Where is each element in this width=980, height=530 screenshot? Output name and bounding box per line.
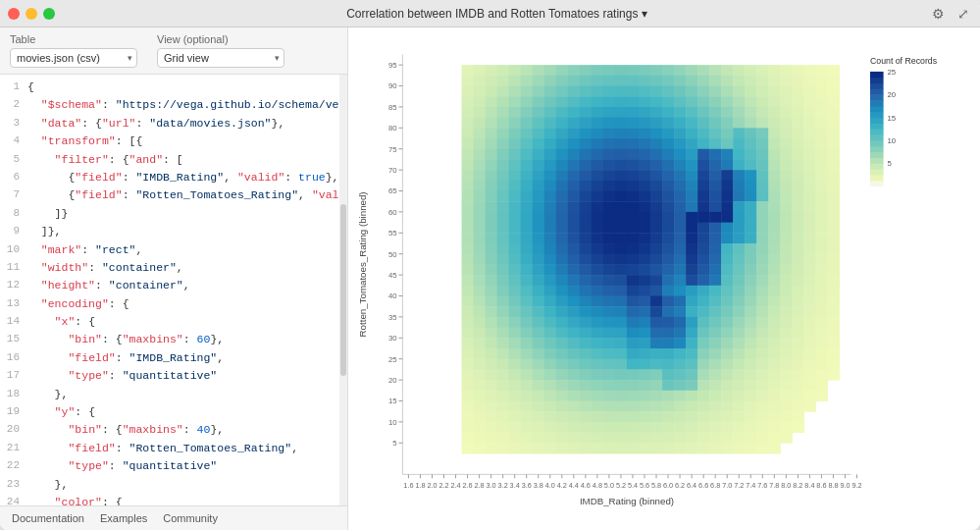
maximize-button[interactable] [43, 8, 55, 20]
heatmap-cell [745, 369, 757, 380]
heatmap-cell [474, 107, 487, 118]
heatmap-cell [709, 286, 722, 296]
heatmap-cell [474, 212, 487, 223]
heatmap-cell [709, 149, 722, 160]
heatmap-cell [709, 443, 722, 453]
heatmap-cell [592, 86, 604, 97]
heatmap-cell [686, 306, 698, 317]
heatmap-cell [733, 128, 746, 138]
heatmap-cell [709, 243, 722, 254]
view-select[interactable]: Grid view [157, 48, 284, 68]
close-button[interactable] [8, 8, 20, 20]
heatmap-cell [768, 96, 781, 107]
heatmap-cell [521, 296, 534, 307]
heatmap-cell [815, 118, 828, 129]
heatmap-cell [697, 296, 710, 307]
heatmap-cell [521, 359, 534, 370]
heatmap-cell [556, 212, 569, 223]
heatmap-cell [674, 443, 687, 453]
x-tick-label: 6.8 [710, 481, 720, 490]
heatmap-cell [827, 86, 840, 97]
heatmap-cell [827, 296, 840, 307]
minimize-button[interactable] [26, 8, 37, 20]
heatmap-cell [509, 243, 522, 254]
examples-link[interactable]: Examples [100, 512, 147, 524]
heatmap-cell [615, 86, 628, 97]
heatmap-cell [697, 223, 710, 234]
heatmap-cell [662, 254, 675, 265]
heatmap-cell [568, 118, 581, 129]
heatmap-cell [462, 96, 475, 107]
heatmap-cell [721, 96, 734, 107]
expand-icon[interactable]: ⤢ [954, 5, 972, 23]
heatmap-cell [639, 286, 651, 296]
chart-svg: 1.61.82.02.22.42.62.83.03.23.43.63.84.04… [348, 35, 972, 522]
heatmap-cell [521, 348, 534, 359]
heatmap-cell [580, 275, 593, 286]
heatmap-cell [556, 76, 569, 86]
heatmap-cell [533, 223, 545, 234]
heatmap-cell [662, 380, 675, 391]
heatmap-cell [709, 170, 722, 181]
heatmap-cell [756, 422, 769, 433]
line-number: 4 [0, 132, 27, 150]
heatmap-cell [462, 149, 475, 160]
heatmap-cell [792, 76, 804, 86]
heatmap-cell [509, 223, 522, 234]
heatmap-cell [603, 212, 616, 223]
heatmap-cell [745, 338, 757, 348]
heatmap-cell [686, 328, 698, 339]
heatmap-cell [733, 65, 746, 76]
heatmap-cell [486, 400, 498, 411]
heatmap-cell [686, 212, 698, 223]
heatmap-cell [462, 422, 475, 433]
community-link[interactable]: Community [163, 512, 218, 524]
heatmap-cell [650, 411, 663, 422]
table-select[interactable]: movies.json (csv) [10, 48, 137, 68]
heatmap-cell [556, 348, 569, 359]
heatmap-cell [674, 433, 687, 444]
heatmap-cell [686, 138, 698, 149]
heatmap-cell [686, 348, 698, 359]
heatmap-cell [592, 443, 604, 453]
heatmap-cell [497, 275, 510, 286]
heatmap-cell [592, 286, 604, 296]
heatmap-cell [733, 391, 746, 401]
x-tick-label: 7.0 [722, 481, 732, 490]
heatmap-cell [650, 107, 663, 118]
scrollbar-thumb[interactable] [340, 204, 346, 377]
heatmap-cell [674, 170, 687, 181]
heatmap-cell [603, 191, 616, 202]
heatmap-cell [650, 212, 663, 223]
heatmap-cell [650, 380, 663, 391]
heatmap-cell [686, 275, 698, 286]
heatmap-cell [615, 138, 628, 149]
code-editor[interactable]: 1{2 "$schema": "https://vega.github.io/s… [0, 75, 347, 505]
heatmap-cell [497, 411, 510, 422]
x-tick-label: 6.4 [687, 481, 696, 490]
heatmap-cell [686, 286, 698, 296]
heatmap-cell [697, 96, 710, 107]
heatmap-cell [592, 212, 604, 223]
heatmap-cell [580, 159, 593, 170]
heatmap-cell [462, 286, 475, 296]
documentation-link[interactable]: Documentation [12, 512, 84, 524]
heatmap-cell [815, 348, 828, 359]
heatmap-cell [568, 170, 581, 181]
heatmap-cell [603, 170, 616, 181]
heatmap-cell [721, 201, 734, 212]
heatmap-cell [686, 380, 698, 391]
heatmap-cell [792, 275, 804, 286]
x-tick-label: 6.6 [698, 481, 708, 490]
heatmap-cell [780, 201, 793, 212]
heatmap-cell [474, 170, 487, 181]
heatmap-cell [592, 400, 604, 411]
heatmap-cell [568, 96, 581, 107]
heatmap-cell [827, 170, 840, 181]
heatmap-cell [544, 181, 557, 191]
line-number: 19 [0, 403, 27, 421]
settings-icon[interactable]: ⚙ [929, 5, 947, 23]
scrollbar-track[interactable] [339, 75, 347, 505]
heatmap-cell [580, 411, 593, 422]
heatmap-cell [509, 275, 522, 286]
